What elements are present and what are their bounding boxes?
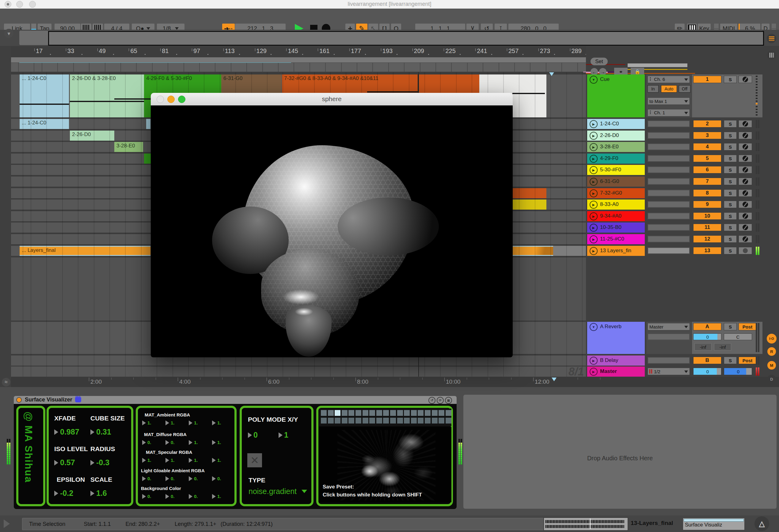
unfold-icon[interactable]: ▼ — [590, 76, 598, 84]
solo-button[interactable]: S — [724, 224, 737, 231]
play-icon[interactable]: ▶ — [590, 357, 598, 365]
return-a-output-dropdown[interactable]: Master — [648, 323, 690, 330]
sphere-window-titlebar[interactable]: sphere — [151, 93, 513, 106]
material-random-checkbox[interactable]: ✕ — [247, 453, 262, 467]
preset-button[interactable] — [432, 418, 438, 423]
clip-overview-waveform[interactable] — [543, 517, 628, 531]
input-slot[interactable] — [648, 155, 690, 162]
preset-button[interactable] — [383, 418, 389, 423]
automation-line[interactable] — [70, 101, 144, 102]
preset-button[interactable] — [383, 410, 389, 416]
master-volume-slider[interactable]: 0 — [693, 368, 721, 375]
track-number-button[interactable]: 8 — [693, 189, 721, 197]
master-out-dropdown[interactable]: 1/2 — [648, 368, 690, 375]
return-a-button[interactable]: A — [693, 323, 721, 330]
automation-line[interactable] — [513, 93, 545, 94]
loop-brace-lane[interactable] — [11, 63, 586, 72]
return-b-post-button[interactable]: Post — [738, 357, 756, 364]
preset-button[interactable] — [425, 410, 431, 416]
track-name-box[interactable]: ▶5-30-#F0 — [587, 165, 645, 175]
monitor-in-button[interactable]: In — [648, 85, 659, 93]
arrangement-clip[interactable]: 3-28-E0 — [114, 142, 143, 152]
input-slot[interactable] — [648, 143, 690, 150]
poly-x-field[interactable]: 0 — [248, 430, 258, 439]
preview-toggle-icon[interactable]: △ — [755, 516, 769, 531]
track-name-box[interactable]: ▶8-33-A0 — [587, 199, 645, 210]
input-slot[interactable] — [648, 224, 690, 231]
track-number-button[interactable]: 6 — [693, 166, 721, 173]
arrangement-clip-selected[interactable] — [513, 246, 553, 256]
play-icon[interactable]: ▶ — [590, 247, 598, 255]
preset-button[interactable] — [356, 418, 361, 423]
mat-value-field[interactable]: 0. — [166, 476, 175, 481]
preset-button[interactable] — [342, 418, 348, 423]
solo-button[interactable]: S — [724, 247, 737, 254]
preset-button[interactable] — [363, 410, 368, 416]
preset-button[interactable] — [376, 418, 382, 423]
automation-line[interactable] — [20, 104, 69, 105]
play-icon[interactable]: ▶ — [590, 120, 598, 128]
preset-button[interactable] — [348, 410, 354, 416]
mat-value-field[interactable]: 1. — [212, 440, 221, 445]
overview-view-box[interactable] — [48, 31, 764, 46]
input-slot[interactable] — [648, 178, 690, 185]
track-number-button[interactable]: 13 — [693, 247, 721, 254]
preset-button[interactable] — [363, 418, 368, 423]
play-icon[interactable]: ▶ — [590, 201, 598, 209]
device-map-icon[interactable]: ↺ — [428, 397, 435, 404]
play-icon[interactable]: ▶ — [590, 155, 598, 163]
unfold-icon[interactable]: ▼ — [590, 323, 598, 331]
preset-button[interactable] — [438, 410, 444, 416]
track-name-box[interactable]: ▶11-25-#C0 — [587, 234, 645, 244]
beat-time-ruler[interactable]: 1733496581971131291451611771932092252412… — [11, 46, 586, 57]
return-a-slot[interactable] — [648, 334, 690, 340]
track-number-button[interactable]: 11 — [693, 224, 721, 231]
track-name-box[interactable]: ▶10-35-B0 — [587, 223, 645, 233]
solo-button[interactable]: S — [724, 178, 737, 185]
return-b-name-box[interactable]: ▶B Delay — [587, 355, 645, 366]
set-button[interactable]: Set — [591, 58, 608, 65]
track-name-box[interactable]: ▶7-32-#G0 — [587, 188, 645, 198]
solo-button[interactable]: S — [724, 189, 737, 197]
solo-button[interactable]: S — [724, 132, 737, 139]
play-icon[interactable]: ▶ — [590, 132, 598, 140]
device-header[interactable]: Surface Visualizer ↺ ⟳ ▣ — [14, 396, 457, 404]
automation-line[interactable] — [114, 98, 152, 100]
mat-value-field[interactable]: 0. — [166, 494, 175, 499]
return-a-solo[interactable]: S — [724, 323, 737, 330]
mat-value-field[interactable]: 1. — [189, 420, 198, 425]
play-icon[interactable]: ▶ — [590, 143, 598, 151]
track-number-button[interactable]: 4 — [693, 143, 721, 151]
preset-button[interactable] — [328, 418, 334, 423]
return-b-button[interactable]: B — [693, 357, 721, 364]
type-dropdown[interactable]: noise.gradient — [248, 487, 307, 496]
param-value-field[interactable]: 0.31 — [91, 427, 111, 436]
preset-button[interactable] — [342, 410, 348, 416]
preset-button[interactable] — [390, 418, 396, 423]
preset-button[interactable] — [369, 418, 375, 423]
mat-value-field[interactable]: 0. — [189, 476, 198, 481]
track-name-box[interactable]: ▶2-26-D0 — [587, 130, 645, 141]
mat-value-field[interactable]: 0. — [166, 440, 175, 445]
preset-button[interactable] — [404, 418, 410, 423]
track-number-button[interactable]: 5 — [693, 155, 721, 162]
track-name-box[interactable]: ▶4-29-F0 — [587, 154, 645, 164]
delay-section-button[interactable]: D — [767, 375, 776, 383]
preset-button[interactable] — [335, 410, 341, 416]
io-section-button[interactable]: I·O — [767, 334, 777, 344]
solo-button[interactable]: S — [724, 155, 737, 162]
device-tab[interactable]: Surface Visualiz — [683, 518, 745, 530]
input-slot[interactable] — [648, 166, 690, 173]
mat-value-field[interactable]: 0. — [212, 476, 221, 481]
preset-button[interactable] — [432, 410, 438, 416]
mat-value-field[interactable]: 1. — [189, 440, 198, 445]
mat-value-field[interactable]: 1. — [212, 494, 221, 499]
track-number-button[interactable]: 1 — [693, 76, 721, 83]
arm-button[interactable] — [738, 155, 752, 162]
arm-button[interactable] — [738, 166, 752, 173]
input-slot[interactable] — [648, 213, 690, 220]
play-icon[interactable]: ▶ — [590, 213, 598, 220]
preset-button[interactable] — [438, 418, 444, 423]
arrangement-clip[interactable]: ... 1-24-C0 — [20, 119, 69, 129]
preset-button[interactable] — [328, 410, 334, 416]
